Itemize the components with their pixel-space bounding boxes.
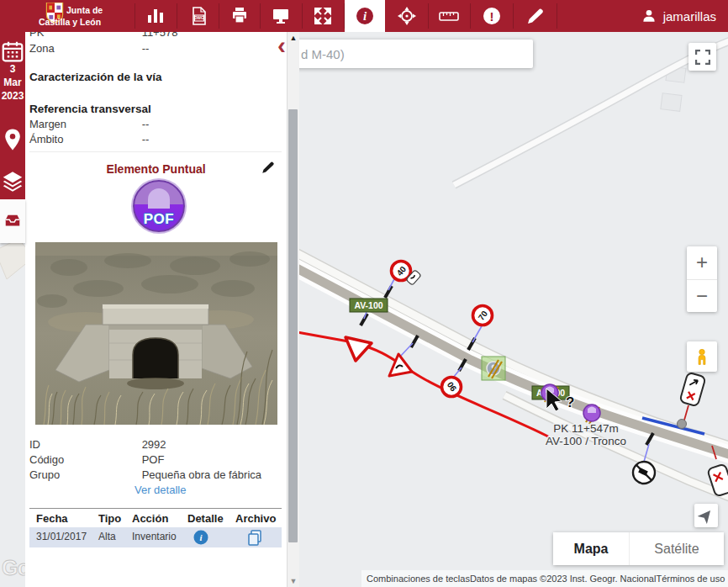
expand-button[interactable]	[303, 0, 343, 32]
bar-chart-icon	[145, 6, 166, 26]
separator	[513, 3, 514, 29]
field-margen-label: Margen	[29, 118, 139, 130]
map-type-satellite-button[interactable]: Satélite	[629, 532, 724, 565]
location-pin-icon[interactable]	[0, 127, 25, 152]
print-button[interactable]	[219, 0, 260, 32]
field-ambito-value: --	[142, 133, 150, 145]
speed-sign-90[interactable]: 90	[442, 378, 462, 397]
display-button[interactable]	[261, 0, 301, 32]
field-grupo-label: Grupo	[29, 468, 139, 481]
row-fecha: 31/01/2017	[36, 531, 87, 542]
date-year: 2023	[0, 89, 25, 103]
alert-glyph: !	[490, 9, 494, 24]
coordinates-button[interactable]	[387, 0, 427, 32]
scrollbar-down-arrow[interactable]: ▼	[288, 577, 299, 585]
field-ambito-label: Ámbito	[29, 133, 139, 145]
panel-scrollbar[interactable]: ▲ ▼	[287, 32, 299, 587]
map-fullscreen-button[interactable]	[688, 43, 716, 71]
archive-copy-button[interactable]	[246, 529, 263, 546]
detail-panel: PK 11+578 Zona -- Caracterización de la …	[25, 32, 287, 587]
search-box[interactable]	[291, 40, 533, 68]
field-grupo-value: Pequeña obra de fábrica	[142, 468, 261, 481]
user-icon	[641, 8, 657, 24]
col-fecha: Fecha	[36, 512, 68, 525]
element-title: Elemento Puntual	[25, 162, 287, 176]
field-margen-value: --	[142, 118, 150, 130]
history-table-header: Fecha Tipo Acción Detalle Archivo	[29, 508, 282, 528]
edit-button[interactable]	[515, 0, 556, 32]
date-day: 3	[0, 62, 25, 76]
marker-label-road: AV-100 / Tronco	[546, 435, 626, 447]
warning-sign[interactable]	[389, 354, 412, 376]
vertical-sign[interactable]	[678, 373, 706, 429]
scrollbar-thumb[interactable]	[288, 109, 298, 542]
monitor-icon	[271, 6, 291, 26]
stats-button[interactable]	[135, 0, 176, 32]
inventory-tray-button[interactable]	[0, 199, 25, 243]
section-caracterizacion: Caracterización de la vía	[29, 71, 162, 83]
field-id: ID 2992	[29, 438, 282, 452]
logo-line1: Junta de	[66, 5, 103, 15]
row-tipo: Alta	[98, 531, 116, 542]
keyboard-shortcuts-link[interactable]: Combinaciones de teclas	[367, 574, 470, 584]
ruler-icon	[439, 6, 459, 26]
map-type-control: Mapa Satélite	[553, 532, 724, 565]
zoom-out-button[interactable]: −	[687, 280, 717, 313]
separator	[177, 3, 177, 29]
dwg-export-button[interactable]: DWG	[179, 0, 219, 32]
marker-label: PK 11+547m AV-100 / Tronco	[546, 422, 626, 447]
element-photo	[35, 242, 277, 425]
ver-detalle-link[interactable]: Ver detalle	[135, 484, 186, 496]
field-codigo-value: POF	[142, 453, 165, 466]
search-input[interactable]	[291, 40, 533, 68]
pegman-control[interactable]	[687, 341, 717, 372]
info-tab-active[interactable]: i	[345, 0, 385, 32]
dwg-label: DWG	[194, 16, 204, 20]
field-codigo-label: Código	[29, 453, 139, 466]
locate-button[interactable]	[694, 504, 718, 527]
layers-icon[interactable]	[0, 169, 25, 194]
col-accion: Acción	[132, 512, 168, 525]
speed-sign-70[interactable]: 70	[473, 306, 493, 325]
app-logo: Junta de Castilla y León	[34, 0, 135, 32]
yield-sign[interactable]	[346, 337, 372, 361]
zoom-in-button[interactable]: +	[687, 246, 717, 280]
field-margen: Margen --	[29, 118, 282, 131]
panel-collapse-button[interactable]: ‹	[277, 34, 286, 56]
measure-button[interactable]	[429, 0, 469, 32]
info-icon: i	[355, 6, 375, 26]
detail-info-button[interactable]: i	[193, 530, 208, 545]
scrollbar-up-arrow[interactable]: ▲	[288, 34, 299, 42]
history-table-row[interactable]: 31/01/2017 Alta Inventario i	[29, 527, 282, 547]
marker-label-pk: PK 11+547m	[553, 422, 618, 435]
restriction-end-sign[interactable]	[633, 462, 655, 484]
user-menu[interactable]: jamarillas	[641, 0, 716, 32]
col-detalle: Detalle	[187, 512, 224, 525]
pof-badge: POF	[133, 180, 185, 232]
field-zona-label: Zona	[29, 42, 139, 55]
edit-element-button[interactable]	[261, 160, 276, 175]
pencil-icon	[525, 6, 546, 26]
target-icon	[397, 6, 417, 26]
cursor-question: ?	[566, 394, 574, 410]
road-badge-av100[interactable]: AV-100	[350, 299, 388, 312]
calendar-icon[interactable]	[0, 39, 25, 64]
reference-marker[interactable]	[482, 357, 505, 380]
separator	[470, 3, 471, 29]
map-attribution: Combinaciones de teclas Datos de mapas ©…	[361, 570, 728, 587]
field-pk-value: 11+578	[142, 32, 178, 39]
terms-link[interactable]: Términos de uso	[656, 574, 725, 584]
field-pk-label: PK	[29, 32, 139, 39]
field-grupo: Grupo Pequeña obra de fábrica	[29, 468, 282, 482]
col-tipo: Tipo	[98, 512, 121, 525]
field-codigo: Código POF	[29, 453, 282, 467]
map-data-credit: Datos de mapas ©2023 Inst. Geogr. Nacion…	[470, 574, 657, 584]
username: jamarillas	[663, 9, 716, 24]
incidents-button[interactable]: !	[472, 0, 512, 32]
map-type-map-button[interactable]: Mapa	[553, 532, 629, 565]
section-referencia: Referencia transversal	[29, 103, 151, 115]
printer-icon	[229, 6, 250, 26]
date-display: 3 Mar 2023	[0, 62, 25, 103]
culvert-arch-icon	[148, 188, 170, 209]
field-ambito: Ámbito --	[29, 133, 282, 146]
